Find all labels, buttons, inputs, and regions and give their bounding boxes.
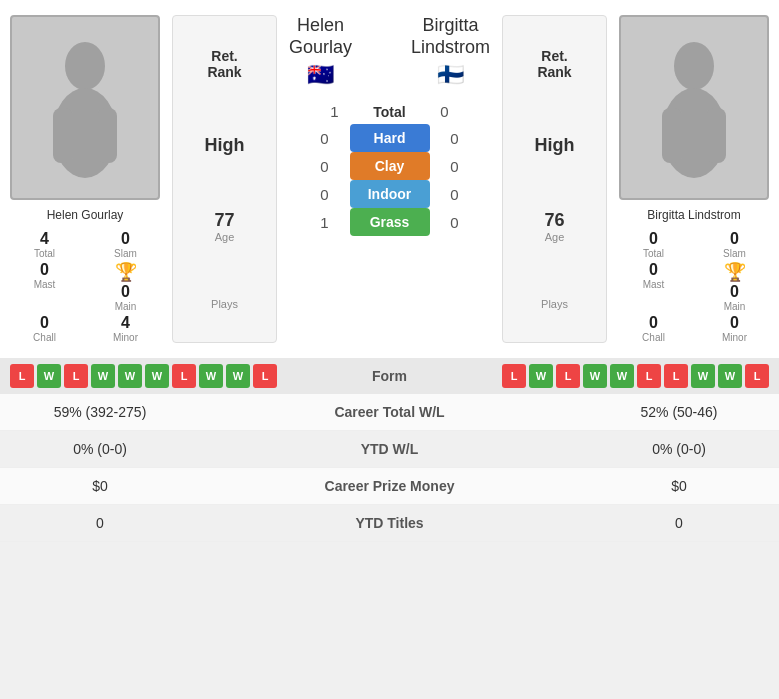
stats-right-2: $0 — [579, 468, 779, 505]
right-form-badge-8: W — [718, 364, 742, 388]
left-minor-cell: 4 Minor — [86, 314, 165, 343]
right-form-badge-1: W — [529, 364, 553, 388]
left-minor-label: Minor — [86, 332, 165, 343]
left-high-value: High — [205, 135, 245, 156]
left-slam-label: Slam — [86, 248, 165, 259]
stats-right-3: 0 — [579, 505, 779, 542]
right-player-name-under: Birgitta Lindstrom — [647, 208, 740, 222]
left-form-badge-5: W — [145, 364, 169, 388]
right-player-photo-area: Birgitta Lindstrom 0 Total 0 Slam 0 Mast… — [609, 10, 779, 348]
form-label: Form — [372, 368, 407, 384]
left-total-cell: 4 Total — [5, 230, 84, 259]
total-score-left: 1 — [320, 103, 350, 120]
left-high-item: High — [205, 130, 245, 161]
stats-row-0: 59% (392-275) Career Total W/L 52% (50-4… — [0, 394, 779, 431]
right-main-cell: 🏆 0 Main — [695, 261, 774, 312]
right-high-item: High — [535, 130, 575, 161]
surface-table: 1 Total 0 0 Hard 0 0 Clay 0 0 Indoor 0 1… — [279, 103, 500, 236]
right-main-label: Main — [695, 301, 774, 312]
right-player-header: Birgitta Lindstrom 🇫🇮 — [411, 15, 490, 88]
right-form-badge-9: L — [745, 364, 769, 388]
left-form-badge-4: W — [118, 364, 142, 388]
left-plays-item: Plays — [211, 293, 238, 315]
right-high-value: High — [535, 135, 575, 156]
right-total-value: 0 — [614, 230, 693, 248]
stats-left-2: $0 — [0, 468, 200, 505]
right-mast-label: Mast — [614, 279, 693, 290]
left-player-name-under: Helen Gourlay — [47, 208, 124, 222]
svg-rect-6 — [662, 108, 682, 163]
left-stats-grid: 4 Total 0 Slam 0 Mast 🏆 0 Main 0 — [5, 230, 165, 343]
svg-rect-7 — [706, 108, 726, 163]
left-form-badge-0: L — [10, 364, 34, 388]
right-form-badge-0: L — [502, 364, 526, 388]
surface-row-clay: 0 Clay 0 — [289, 152, 490, 180]
svg-point-4 — [674, 42, 714, 90]
surface-btn-hard[interactable]: Hard — [350, 124, 430, 152]
right-chall-cell: 0 Chall — [614, 314, 693, 343]
left-total-value: 4 — [5, 230, 84, 248]
total-row: 1 Total 0 — [289, 103, 490, 120]
left-form-badges: LWLWWWLWWL — [10, 364, 277, 388]
right-form-badge-3: W — [583, 364, 607, 388]
right-form-badge-5: L — [637, 364, 661, 388]
stats-left-3: 0 — [0, 505, 200, 542]
stats-label-0: Career Total W/L — [200, 394, 579, 431]
stats-label-3: YTD Titles — [200, 505, 579, 542]
left-minor-value: 4 — [86, 314, 165, 332]
left-chall-value: 0 — [5, 314, 84, 332]
right-rank-item: Ret.Rank — [537, 43, 571, 85]
right-age-value: 76 — [544, 210, 564, 231]
stats-table: 59% (392-275) Career Total W/L 52% (50-4… — [0, 394, 779, 542]
surface-btn-clay[interactable]: Clay — [350, 152, 430, 180]
left-age-label: Age — [214, 231, 234, 243]
left-form-badge-6: L — [172, 364, 196, 388]
left-middle-stats: Ret.Rank High 77 Age Plays — [172, 15, 277, 343]
stats-right-0: 52% (50-46) — [579, 394, 779, 431]
right-main-value: 0 — [695, 283, 774, 301]
left-chall-cell: 0 Chall — [5, 314, 84, 343]
left-avatar-box — [10, 15, 160, 200]
left-mast-cell: 0 Mast — [5, 261, 84, 312]
surface-btn-indoor[interactable]: Indoor — [350, 180, 430, 208]
right-plays-item: Plays — [541, 293, 568, 315]
stats-left-0: 59% (392-275) — [0, 394, 200, 431]
stats-row-2: $0 Career Prize Money $0 — [0, 468, 779, 505]
right-chall-label: Chall — [614, 332, 693, 343]
form-section: LWLWWWLWWL Form LWLWWLLWWL — [0, 358, 779, 394]
left-form-badge-1: W — [37, 364, 61, 388]
surface-score-left-grass: 1 — [310, 214, 340, 231]
left-rank-item: Ret.Rank — [207, 43, 241, 85]
right-chall-value: 0 — [614, 314, 693, 332]
surface-row-indoor: 0 Indoor 0 — [289, 180, 490, 208]
main-container: Helen Gourlay 4 Total 0 Slam 0 Mast 🏆 0 — [0, 0, 779, 542]
right-flag-icon: 🇫🇮 — [437, 62, 464, 88]
left-main-label: Main — [86, 301, 165, 312]
stats-label-2: Career Prize Money — [200, 468, 579, 505]
left-plays-label: Plays — [211, 298, 238, 310]
right-slam-cell: 0 Slam — [695, 230, 774, 259]
right-age-label: Age — [544, 231, 564, 243]
right-form-badge-7: W — [691, 364, 715, 388]
surface-score-right-grass: 0 — [440, 214, 470, 231]
right-form-badge-4: W — [610, 364, 634, 388]
left-main-cell: 🏆 0 Main — [86, 261, 165, 312]
right-form-badge-2: L — [556, 364, 580, 388]
left-form-badge-8: W — [226, 364, 250, 388]
left-form-badge-3: W — [91, 364, 115, 388]
surface-score-left-clay: 0 — [310, 158, 340, 175]
left-form-badge-2: L — [64, 364, 88, 388]
surface-btn-grass[interactable]: Grass — [350, 208, 430, 236]
total-score-right: 0 — [430, 103, 460, 120]
stats-right-1: 0% (0-0) — [579, 431, 779, 468]
surface-score-left-indoor: 0 — [310, 186, 340, 203]
left-slam-value: 0 — [86, 230, 165, 248]
right-minor-value: 0 — [695, 314, 774, 332]
surface-rows-container: 0 Hard 0 0 Clay 0 0 Indoor 0 1 Grass 0 — [289, 124, 490, 236]
right-slam-label: Slam — [695, 248, 774, 259]
left-player-header-name: Helen Gourlay — [289, 15, 352, 58]
center-section: Helen Gourlay 🇦🇺 Birgitta Lindstrom 🇫🇮 — [279, 10, 500, 348]
left-total-label: Total — [5, 248, 84, 259]
right-rank-value: Ret.Rank — [537, 48, 571, 80]
svg-rect-2 — [53, 108, 73, 163]
